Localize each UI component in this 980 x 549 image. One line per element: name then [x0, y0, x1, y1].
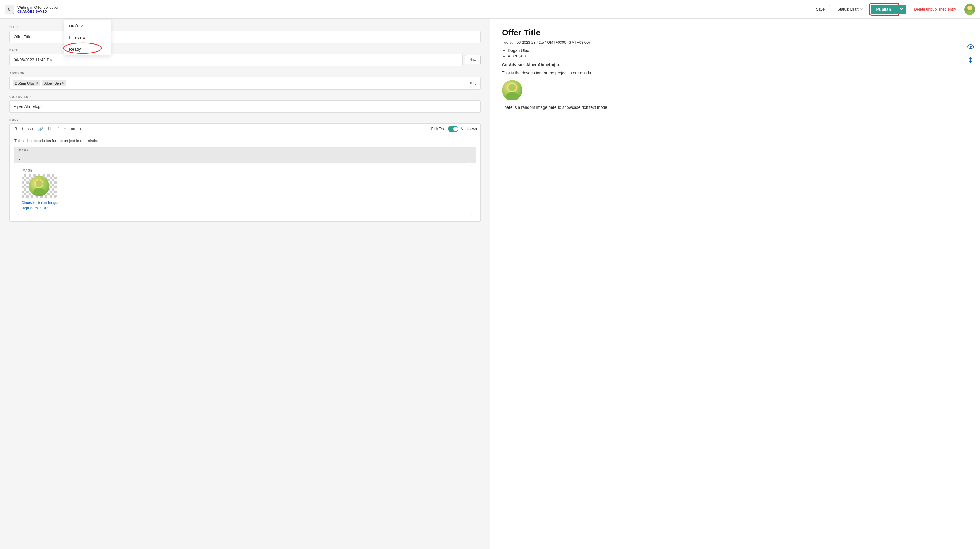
rich-text-toggle[interactable]: [448, 126, 458, 132]
right-panel: Offer Title Tue Jun 06 2023 23:42:57 GMT…: [490, 19, 980, 549]
image-block-collapsed[interactable]: ⌄: [14, 154, 476, 163]
svg-point-10: [970, 46, 972, 48]
publish-button[interactable]: Publish: [870, 5, 897, 14]
svg-point-0: [967, 6, 972, 10]
advisor-label: ADVISOR: [10, 72, 480, 75]
coadvisor-label: CO-ADVISOR: [10, 95, 480, 99]
main-content: TITLE DATE Now ADVISOR Doğan Ulus × Alpe…: [0, 19, 980, 549]
header-title-area: Writing in Offer collection CHANGES SAVE…: [18, 5, 807, 13]
italic-button[interactable]: I: [21, 126, 24, 132]
toggle-knob: [453, 127, 458, 131]
body-text: This is the description for the project …: [14, 138, 98, 143]
now-button[interactable]: Now: [465, 55, 480, 64]
draft-check-icon: ✓: [80, 24, 84, 28]
preview-advisor-2: Alper Şen: [508, 54, 968, 58]
body-content[interactable]: This is the description for the project …: [10, 134, 480, 221]
advisor-tag-2: Alper Şen ×: [42, 80, 67, 86]
svg-point-1: [966, 11, 974, 15]
bold-button[interactable]: B: [13, 126, 18, 132]
tags-clear-icon[interactable]: ×: [470, 81, 473, 86]
svg-point-8: [508, 84, 516, 91]
body-label: BODY: [10, 118, 480, 122]
avatar: [964, 4, 975, 15]
choose-different-image-link[interactable]: Choose different image: [22, 201, 468, 205]
image-preview-area: [22, 175, 468, 198]
advisor-tag-2-label: Alper Şen: [45, 81, 61, 86]
svg-point-4: [33, 188, 45, 195]
advisor-tag-2-remove[interactable]: ×: [62, 81, 64, 85]
image-block-label: IMAGE: [14, 147, 476, 154]
image-inner-block: IMAGE: [18, 165, 472, 215]
markdown-label: Markdown: [461, 127, 477, 131]
back-button[interactable]: [5, 5, 14, 14]
rich-text-label: Rich Text: [431, 127, 445, 131]
dropdown-item-ready[interactable]: Ready: [64, 43, 111, 55]
dropdown-item-inreview[interactable]: In review: [64, 32, 111, 43]
svg-point-7: [506, 92, 519, 100]
ready-label: Ready: [69, 47, 81, 52]
dropdown-item-draft[interactable]: Draft ✓: [64, 20, 111, 32]
preview-description: This is the description for the project …: [502, 71, 968, 75]
eye-icon[interactable]: [966, 42, 975, 51]
preview-date: Tue Jun 06 2023 23:42:57 GMT+0300 (GMT+0…: [502, 40, 968, 45]
coadvisor-section: CO-ADVISOR: [10, 95, 480, 113]
coadvisor-prefix: Co-Advisor:: [502, 62, 526, 67]
advisor-tags-field: Doğan Ulus × Alper Şen × × ⌄: [10, 77, 480, 89]
move-up-icon[interactable]: [966, 55, 975, 64]
publish-button-group: Publish: [870, 5, 906, 14]
chevron-down-icon: ⌄: [18, 156, 21, 161]
advisor-section: ADVISOR Doğan Ulus × Alper Şen × × ⌄: [10, 72, 480, 89]
body-editor: B I </> 🔗 H↓ " ≡ ≔ + Rich Text M: [10, 123, 480, 222]
inreview-label: In review: [69, 35, 86, 40]
image-checkerboard: [22, 175, 57, 198]
date-row: Now: [10, 54, 480, 66]
advisor-tag-1-label: Doğan Ulus: [15, 81, 35, 86]
ol-button[interactable]: ≔: [70, 126, 76, 132]
draft-label: Draft: [69, 24, 78, 28]
preview-caption: There is a random image here to showcase…: [502, 105, 968, 110]
image-inner-label: IMAGE: [22, 169, 468, 172]
preview-coadvisor: Co-Advisor: Alper Ahmetoğlu: [502, 62, 968, 67]
image-avatar: [29, 176, 49, 196]
body-section: BODY B I </> 🔗 H↓ " ≡ ≔ + Rich Text: [10, 118, 480, 222]
status-label: Status: Draft: [837, 7, 858, 11]
date-input[interactable]: [10, 54, 463, 66]
left-panel: TITLE DATE Now ADVISOR Doğan Ulus × Alpe…: [0, 19, 490, 549]
status-dropdown-button[interactable]: Status: Draft: [834, 5, 867, 13]
preview-advisors-list: Doğan Ulus Alper Şen: [508, 48, 968, 58]
coadvisor-preview-name: Alper Ahmetoğlu: [526, 62, 559, 67]
toggle-group: Rich Text Markdown: [431, 126, 477, 132]
collection-name: Writing in Offer collection: [18, 5, 807, 10]
plus-button[interactable]: +: [78, 126, 83, 132]
coadvisor-input[interactable]: [10, 100, 480, 113]
heading-button[interactable]: H↓: [47, 126, 54, 132]
preview-title: Offer Title: [502, 28, 968, 37]
preview-image-circle: [502, 80, 522, 100]
link-button[interactable]: 🔗: [37, 126, 45, 132]
changes-saved: CHANGES SAVED: [18, 10, 807, 13]
header: Writing in Offer collection CHANGES SAVE…: [0, 0, 980, 19]
status-dropdown: Draft ✓ In review Ready: [64, 20, 111, 56]
tags-dropdown-icon[interactable]: ⌄: [474, 81, 477, 86]
ul-button[interactable]: ≡: [62, 126, 67, 132]
quote-button[interactable]: ": [56, 126, 60, 132]
preview-advisor-1: Doğan Ulus: [508, 48, 968, 53]
svg-point-5: [36, 180, 43, 187]
publish-dropdown-arrow[interactable]: [897, 5, 906, 14]
right-icons: [966, 42, 975, 64]
save-button[interactable]: Save: [811, 5, 830, 13]
body-toolbar: B I </> 🔗 H↓ " ≡ ≔ + Rich Text M: [10, 124, 480, 134]
code-button[interactable]: </>: [27, 126, 35, 132]
advisor-tag-1-remove[interactable]: ×: [36, 81, 38, 85]
replace-with-url-link[interactable]: Replace with URL: [22, 206, 468, 210]
delete-entry-button[interactable]: Delete unpublished entry: [909, 5, 961, 13]
advisor-tags-controls: × ⌄: [470, 81, 477, 86]
advisor-tag-1: Doğan Ulus ×: [13, 80, 40, 86]
